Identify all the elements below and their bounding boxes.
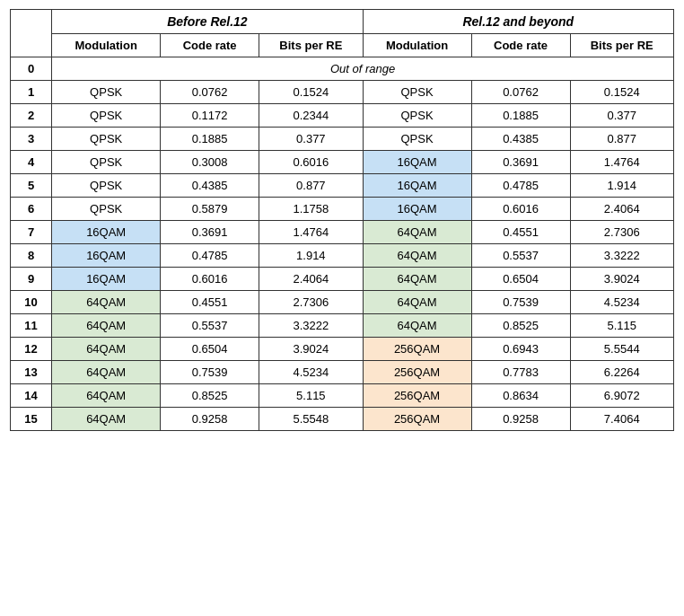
before-bitsperRE-cell: 2.4064 xyxy=(259,268,363,291)
before-coderate-cell: 0.4551 xyxy=(161,291,259,314)
before-bitsperRE-cell: 0.6016 xyxy=(259,151,363,174)
after-coderate-cell: 0.1885 xyxy=(471,104,570,128)
cqi-cell: 13 xyxy=(11,361,52,384)
rel12-beyond-header: Rel.12 and beyond xyxy=(363,10,673,34)
before-modulation-cell: QPSK xyxy=(52,151,161,174)
after-coderate-cell: 0.9258 xyxy=(471,408,570,431)
after-modulation-cell: 64QAM xyxy=(363,244,471,268)
before-coderate-cell: 0.4385 xyxy=(161,174,259,198)
before-bitsperRE-cell: 2.7306 xyxy=(259,291,363,314)
main-table-container: Before Rel.12 Rel.12 and beyond Modulati… xyxy=(10,9,674,431)
after-coderate-cell: 0.8634 xyxy=(471,384,570,408)
cqi-cell: 2 xyxy=(11,104,52,128)
after-bitsperRE-cell: 0.877 xyxy=(570,128,674,151)
before-modulation-cell: 16QAM xyxy=(52,221,161,244)
after-bitsperRE-cell: 4.5234 xyxy=(570,291,674,314)
before-coderate-cell: 0.1172 xyxy=(161,104,259,128)
before-bitsperRE-header: Bits per RE xyxy=(259,34,363,57)
cqi-cell: 11 xyxy=(11,314,52,338)
before-bitsperRE-cell: 0.2344 xyxy=(259,104,363,128)
after-bitsperRE-cell: 1.4764 xyxy=(570,151,674,174)
before-modulation-cell: QPSK xyxy=(52,128,161,151)
before-coderate-cell: 0.4785 xyxy=(161,244,259,268)
before-bitsperRE-cell: 1.4764 xyxy=(259,221,363,244)
after-modulation-cell: 16QAM xyxy=(363,198,471,221)
after-coderate-cell: 0.4785 xyxy=(471,174,570,198)
cqi-cell: 14 xyxy=(11,384,52,408)
before-coderate-cell: 0.3008 xyxy=(161,151,259,174)
before-modulation-header: Modulation xyxy=(52,34,161,57)
before-coderate-cell: 0.1885 xyxy=(161,128,259,151)
cqi-cell: 8 xyxy=(11,244,52,268)
before-modulation-cell: 64QAM xyxy=(52,291,161,314)
before-modulation-cell: 64QAM xyxy=(52,314,161,338)
before-bitsperRE-cell: 5.5548 xyxy=(259,408,363,431)
cqi-cell: 4 xyxy=(11,151,52,174)
cqi-cell: 1 xyxy=(11,81,52,104)
before-modulation-cell: QPSK xyxy=(52,104,161,128)
after-coderate-cell: 0.5537 xyxy=(471,244,570,268)
before-modulation-cell: 64QAM xyxy=(52,408,161,431)
after-coderate-cell: 0.8525 xyxy=(471,314,570,338)
before-bitsperRE-cell: 0.877 xyxy=(259,174,363,198)
after-bitsperRE-cell: 3.3222 xyxy=(570,244,674,268)
after-bitsperRE-cell: 6.2264 xyxy=(570,361,674,384)
after-coderate-cell: 0.7539 xyxy=(471,291,570,314)
after-bitsperRE-cell: 7.4064 xyxy=(570,408,674,431)
after-bitsperRE-cell: 2.4064 xyxy=(570,198,674,221)
after-modulation-cell: QPSK xyxy=(363,81,471,104)
after-modulation-cell: 256QAM xyxy=(363,408,471,431)
before-coderate-cell: 0.6504 xyxy=(161,338,259,361)
cqi-cell: 7 xyxy=(11,221,52,244)
before-modulation-cell: 16QAM xyxy=(52,244,161,268)
before-coderate-header: Code rate xyxy=(161,34,259,57)
before-modulation-cell: 16QAM xyxy=(52,268,161,291)
before-coderate-cell: 0.3691 xyxy=(161,221,259,244)
before-coderate-cell: 0.7539 xyxy=(161,361,259,384)
cqi-cell: 5 xyxy=(11,174,52,198)
after-bitsperRE-cell: 0.377 xyxy=(570,104,674,128)
before-rel12-header: Before Rel.12 xyxy=(52,10,363,34)
after-modulation-cell: 64QAM xyxy=(363,268,471,291)
after-modulation-cell: 64QAM xyxy=(363,221,471,244)
before-bitsperRE-cell: 1.914 xyxy=(259,244,363,268)
out-of-range-cell: Out of range xyxy=(52,57,674,81)
after-coderate-cell: 0.4551 xyxy=(471,221,570,244)
after-bitsperRE-cell: 3.9024 xyxy=(570,268,674,291)
before-modulation-cell: 64QAM xyxy=(52,361,161,384)
before-coderate-cell: 0.9258 xyxy=(161,408,259,431)
before-coderate-cell: 0.8525 xyxy=(161,384,259,408)
before-bitsperRE-cell: 0.377 xyxy=(259,128,363,151)
cqi-cell: 12 xyxy=(11,338,52,361)
after-bitsperRE-cell: 6.9072 xyxy=(570,384,674,408)
after-bitsperRE-cell: 5.5544 xyxy=(570,338,674,361)
after-bitsperRE-cell: 2.7306 xyxy=(570,221,674,244)
before-coderate-cell: 0.6016 xyxy=(161,268,259,291)
after-modulation-cell: QPSK xyxy=(363,104,471,128)
after-coderate-cell: 0.3691 xyxy=(471,151,570,174)
after-modulation-cell: 256QAM xyxy=(363,338,471,361)
cqi-cell: 0 xyxy=(11,57,52,81)
after-bitsperRE-header: Bits per RE xyxy=(570,34,674,57)
before-coderate-cell: 0.5537 xyxy=(161,314,259,338)
before-bitsperRE-cell: 4.5234 xyxy=(259,361,363,384)
after-modulation-cell: 64QAM xyxy=(363,314,471,338)
cqi-cell: 15 xyxy=(11,408,52,431)
before-coderate-cell: 0.0762 xyxy=(161,81,259,104)
after-coderate-cell: 0.6016 xyxy=(471,198,570,221)
before-modulation-cell: QPSK xyxy=(52,198,161,221)
cqi-cell: 3 xyxy=(11,128,52,151)
after-coderate-cell: 0.7783 xyxy=(471,361,570,384)
before-modulation-cell: 64QAM xyxy=(52,338,161,361)
cqi-empty-header xyxy=(11,10,52,57)
after-modulation-cell: QPSK xyxy=(363,128,471,151)
after-modulation-header: Modulation xyxy=(363,34,471,57)
before-bitsperRE-cell: 0.1524 xyxy=(259,81,363,104)
after-coderate-cell: 0.6943 xyxy=(471,338,570,361)
after-bitsperRE-cell: 0.1524 xyxy=(570,81,674,104)
after-modulation-cell: 256QAM xyxy=(363,361,471,384)
after-coderate-cell: 0.6504 xyxy=(471,268,570,291)
after-modulation-cell: 64QAM xyxy=(363,291,471,314)
before-bitsperRE-cell: 3.9024 xyxy=(259,338,363,361)
cqi-cell: 9 xyxy=(11,268,52,291)
